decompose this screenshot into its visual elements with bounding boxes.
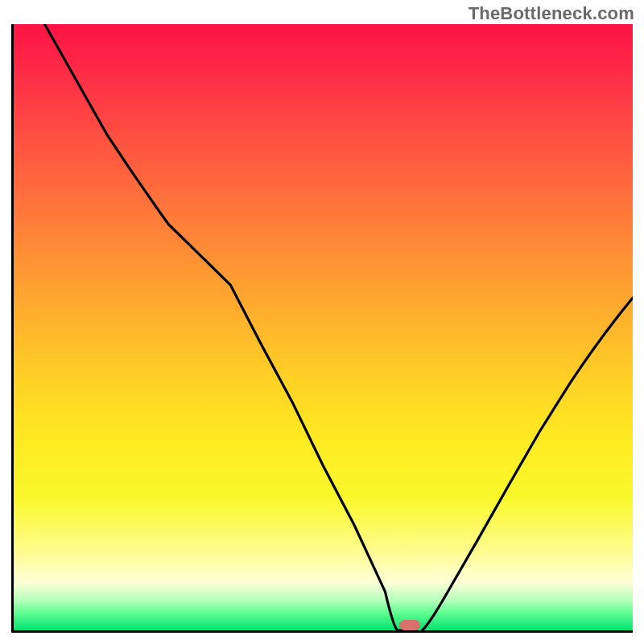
bottleneck-curve <box>14 24 633 630</box>
optimal-marker <box>399 620 420 630</box>
curve-left <box>44 24 415 630</box>
plot-area <box>11 24 633 633</box>
curve-right <box>423 298 633 630</box>
watermark-text: TheBottleneck.com <box>469 3 634 24</box>
chart-container: TheBottleneck.com <box>0 0 644 644</box>
